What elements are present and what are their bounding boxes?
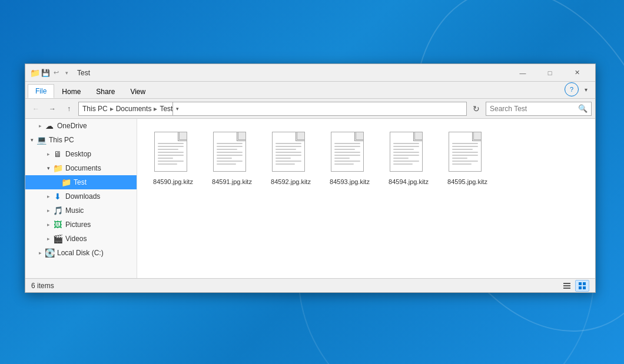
path-documents[interactable]: Documents xyxy=(116,105,152,113)
sidebar-label-test: Test xyxy=(74,178,87,186)
sidebar-label-downloads: Downloads xyxy=(65,192,100,201)
path-sep-2: ▸ xyxy=(154,105,157,113)
explorer-window: 📁 💾 ↩ ▾ Test — □ ✕ File Home Share View … xyxy=(25,64,596,293)
main-area: ▸ ☁ OneDrive ▾ 💻 This PC ▸ 🖥 Desktop ▾ 📁… xyxy=(25,119,595,278)
expand-arrow-thispc: ▾ xyxy=(28,136,36,144)
save-quick-icon[interactable]: 💾 xyxy=(41,68,50,78)
list-item[interactable]: 84595.jpg.kitz xyxy=(441,128,494,189)
search-input[interactable] xyxy=(490,105,578,113)
list-item[interactable]: 84592.jpg.kitz xyxy=(264,128,317,189)
sidebar-item-documents[interactable]: ▾ 📁 Documents xyxy=(25,161,137,175)
expand-arrow-documents: ▾ xyxy=(44,164,52,172)
file-name: 84593.jpg.kitz xyxy=(330,178,370,186)
search-box[interactable]: 🔍 xyxy=(486,102,592,116)
minimize-button[interactable]: — xyxy=(509,64,536,82)
back-button[interactable]: ← xyxy=(29,102,43,116)
sidebar: ▸ ☁ OneDrive ▾ 💻 This PC ▸ 🖥 Desktop ▾ 📁… xyxy=(25,119,137,278)
pictures-icon: 🖼 xyxy=(52,219,63,230)
file-icon xyxy=(213,132,251,174)
list-item[interactable]: 84591.jpg.kitz xyxy=(205,128,258,189)
sidebar-label-documents: Documents xyxy=(65,164,101,172)
sidebar-label-pictures: Pictures xyxy=(65,221,91,229)
videos-icon: 🎬 xyxy=(52,233,63,244)
svg-rect-6 xyxy=(583,286,586,289)
file-grid: 84590.jpg.kitz xyxy=(137,119,595,278)
file-icon xyxy=(272,132,310,174)
status-item-count: 6 items xyxy=(31,282,54,290)
tiles-view-button[interactable] xyxy=(575,280,589,292)
address-path[interactable]: This PC ▸ Documents ▸ Test ▾ xyxy=(78,102,467,116)
file-name: 84595.jpg.kitz xyxy=(447,178,487,186)
file-icon xyxy=(331,132,369,174)
tab-file[interactable]: File xyxy=(28,84,54,98)
file-name: 84594.jpg.kitz xyxy=(389,178,429,186)
test-icon: 📁 xyxy=(61,177,71,188)
sidebar-item-localdisk[interactable]: ▸ 💽 Local Disk (C:) xyxy=(25,246,137,260)
list-item[interactable]: 84593.jpg.kitz xyxy=(323,128,376,189)
file-icon xyxy=(390,132,427,174)
ribbon: File Home Share View ? ▾ xyxy=(25,82,595,99)
file-icon xyxy=(449,132,486,174)
refresh-button[interactable]: ↻ xyxy=(469,102,483,116)
dropdown-quick-icon[interactable]: ▾ xyxy=(62,68,71,78)
svg-rect-4 xyxy=(583,282,586,285)
path-test[interactable]: Test xyxy=(160,105,172,113)
thispc-icon: 💻 xyxy=(36,135,47,145)
ribbon-tabs: File Home Share View ? ▾ xyxy=(25,82,595,98)
svg-rect-0 xyxy=(563,283,570,284)
list-item[interactable]: 84590.jpg.kitz xyxy=(147,128,200,189)
sidebar-item-test[interactable]: ▸ 📁 Test xyxy=(25,175,137,189)
title-bar-quick-access: 📁 💾 ↩ ▾ xyxy=(30,68,71,78)
svg-rect-2 xyxy=(563,288,570,289)
file-name: 84590.jpg.kitz xyxy=(153,178,193,186)
forward-button[interactable]: → xyxy=(45,102,59,116)
sidebar-item-downloads[interactable]: ▸ ⬇ Downloads xyxy=(25,189,137,203)
up-button[interactable]: ↑ xyxy=(62,102,76,116)
close-button[interactable]: ✕ xyxy=(563,64,590,82)
tab-home[interactable]: Home xyxy=(54,84,88,98)
sidebar-label-localdisk: Local Disk (C:) xyxy=(57,249,104,257)
sidebar-item-onedrive[interactable]: ▸ ☁ OneDrive xyxy=(25,119,137,133)
details-view-button[interactable] xyxy=(560,280,574,292)
expand-arrow-videos: ▸ xyxy=(44,235,52,243)
address-bar: ← → ↑ This PC ▸ Documents ▸ Test ▾ ↻ 🔍 xyxy=(25,99,595,119)
breadcrumb: This PC ▸ Documents ▸ Test xyxy=(82,105,172,113)
undo-quick-icon[interactable]: ↩ xyxy=(51,68,61,78)
sidebar-item-music[interactable]: ▸ 🎵 Music xyxy=(25,203,137,218)
ribbon-expand-button[interactable]: ▾ xyxy=(579,82,593,96)
sidebar-label-thispc: This PC xyxy=(49,136,74,144)
sidebar-label-onedrive: OneDrive xyxy=(57,122,87,130)
localdisk-icon: 💽 xyxy=(44,248,55,258)
file-area: 84590.jpg.kitz xyxy=(137,119,595,278)
maximize-button[interactable]: □ xyxy=(536,64,563,82)
expand-arrow-onedrive: ▸ xyxy=(36,122,44,130)
title-bar: 📁 💾 ↩ ▾ Test — □ ✕ xyxy=(25,64,595,82)
status-bar: 6 items xyxy=(25,278,595,292)
sidebar-item-thispc[interactable]: ▾ 💻 This PC xyxy=(25,133,137,147)
sidebar-item-videos[interactable]: ▸ 🎬 Videos xyxy=(25,232,137,246)
address-dropdown-button[interactable]: ▾ xyxy=(172,102,182,116)
svg-rect-5 xyxy=(579,286,582,289)
file-name: 84591.jpg.kitz xyxy=(212,178,252,186)
help-button[interactable]: ? xyxy=(565,82,579,96)
sidebar-item-desktop[interactable]: ▸ 🖥 Desktop xyxy=(25,147,137,161)
onedrive-icon: ☁ xyxy=(44,121,55,131)
path-sep-1: ▸ xyxy=(110,105,114,113)
path-thispc[interactable]: This PC xyxy=(82,105,108,113)
expand-arrow-downloads: ▸ xyxy=(44,192,52,201)
expand-arrow-localdisk: ▸ xyxy=(36,249,44,257)
sidebar-item-pictures[interactable]: ▸ 🖼 Pictures xyxy=(25,218,137,232)
music-icon: 🎵 xyxy=(52,205,63,216)
search-icon[interactable]: 🔍 xyxy=(578,103,588,115)
tab-share[interactable]: Share xyxy=(88,84,122,98)
sidebar-label-music: Music xyxy=(65,206,84,215)
expand-arrow-music: ▸ xyxy=(44,206,52,215)
sidebar-label-videos: Videos xyxy=(65,235,87,243)
tab-view[interactable]: View xyxy=(122,84,153,98)
svg-rect-3 xyxy=(579,282,582,285)
file-name: 84592.jpg.kitz xyxy=(271,178,311,186)
expand-arrow-desktop: ▸ xyxy=(44,150,52,158)
window-title: Test xyxy=(77,69,509,77)
list-item[interactable]: 84594.jpg.kitz xyxy=(382,128,435,189)
window-controls: — □ ✕ xyxy=(509,64,590,82)
